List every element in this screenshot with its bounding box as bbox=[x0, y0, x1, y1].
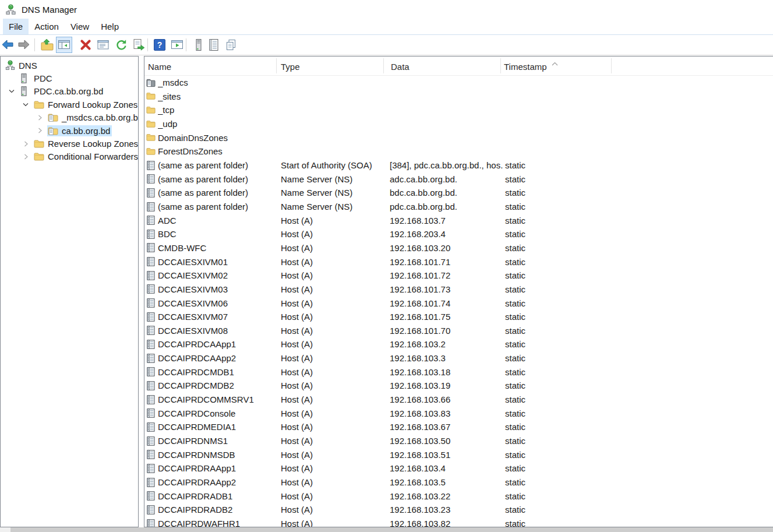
tree-item-msdcs-ca-bb-org-bd[interactable]: _msdcs.ca.bb.org.bd bbox=[1, 111, 138, 124]
dns-manager-icon bbox=[5, 4, 16, 15]
list-row-dccaiprdcaapp1[interactable]: DCCAIPRDCAApp1Host (A)192.168.103.2stati… bbox=[144, 337, 773, 351]
column-divider[interactable] bbox=[276, 58, 277, 73]
menu-action[interactable]: Action bbox=[29, 19, 65, 34]
tree-item-ca-bb-org-bd[interactable]: ca.bb.org.bd bbox=[1, 124, 138, 137]
list-row-dccaiprdradb1[interactable]: DCCAIPRDRADB1Host (A)192.168.103.22stati… bbox=[144, 489, 773, 503]
server-status-button[interactable] bbox=[190, 37, 207, 53]
record-list-button[interactable] bbox=[206, 37, 222, 53]
column-header-data[interactable]: Data bbox=[391, 62, 410, 72]
list-row-dccaiprdraapp1[interactable]: DCCAIPRDRAApp1Host (A)192.168.103.4stati… bbox=[144, 461, 773, 475]
tree-item-forward-lookup-zones[interactable]: Forward Lookup Zones bbox=[1, 98, 138, 111]
list-row-forestdnszones[interactable]: ForestDnsZones bbox=[144, 145, 773, 158]
column-divider[interactable] bbox=[500, 58, 501, 73]
cell-timestamp: static bbox=[505, 283, 604, 297]
list-row-dccaiprdcaapp2[interactable]: DCCAIPRDCAApp2Host (A)192.168.103.3stati… bbox=[144, 351, 773, 365]
tree-item-dns[interactable]: DNS bbox=[1, 59, 138, 72]
tree-item-pdc[interactable]: PDC bbox=[1, 72, 138, 84]
list-row-dccaiesxivm06[interactable]: DCCAIESXIVM06Host (A)192.168.101.74stati… bbox=[144, 297, 773, 311]
forward-button[interactable] bbox=[16, 37, 32, 53]
list-row-dccaiprdcmdb1[interactable]: DCCAIPRDCMDB1Host (A)192.168.103.18stati… bbox=[144, 365, 773, 379]
list-row-dccaiprdcmdb2[interactable]: DCCAIPRDCMDB2Host (A)192.168.103.19stati… bbox=[144, 379, 773, 393]
list-row-tcp[interactable]: _tcp bbox=[144, 103, 773, 117]
tree-item-content[interactable]: DNS bbox=[4, 60, 39, 71]
chevron-right-icon[interactable] bbox=[32, 115, 47, 121]
chevron-down-icon[interactable] bbox=[4, 89, 19, 94]
new-window-button[interactable] bbox=[169, 37, 185, 53]
list-row-bdc[interactable]: BDCHost (A)192.168.203.4static bbox=[144, 227, 773, 241]
server-icon bbox=[20, 73, 31, 83]
tree-item-content[interactable]: PDC.ca.bb.org.bd bbox=[19, 86, 105, 97]
export-list-button[interactable] bbox=[130, 37, 147, 53]
help-button[interactable]: ? bbox=[151, 37, 168, 53]
horizontal-scrollbar[interactable] bbox=[0, 527, 773, 532]
list-row-same-as-parent-folder[interactable]: (same as parent folder)Name Server (NS)p… bbox=[144, 200, 773, 214]
tree-item-content[interactable]: PDC bbox=[19, 73, 54, 84]
cell-type: Host (A) bbox=[281, 379, 381, 393]
cell-type: Host (A) bbox=[281, 297, 381, 311]
list-row-udp[interactable]: _udp bbox=[144, 117, 773, 131]
tree-item-content[interactable]: Reverse Lookup Zones bbox=[33, 138, 139, 149]
list-row-dccaiprdcommsrv1[interactable]: DCCAIPRDCOMMSRV1Host (A)192.168.103.66st… bbox=[144, 393, 773, 407]
column-header-type[interactable]: Type bbox=[281, 62, 300, 72]
tree-item-content[interactable]: Conditional Forwarders bbox=[33, 151, 139, 162]
list-row-dccaiesxivm08[interactable]: DCCAIESXIVM08Host (A)192.168.101.70stati… bbox=[144, 324, 773, 338]
chevron-down-icon[interactable] bbox=[18, 102, 33, 107]
cell-data: 192.168.103.23 bbox=[390, 503, 503, 517]
tree-item-conditional-forwarders[interactable]: Conditional Forwarders bbox=[1, 150, 138, 163]
chevron-right-icon[interactable] bbox=[32, 128, 47, 133]
list-row-msdcs[interactable]: _msdcs bbox=[144, 76, 773, 90]
folder-icon bbox=[34, 100, 45, 110]
list-row-dccaiprdraapp2[interactable]: DCCAIPRDRAApp2Host (A)192.168.103.5stati… bbox=[144, 475, 773, 489]
list-row-dccaiesxivm07[interactable]: DCCAIESXIVM07Host (A)192.168.101.75stati… bbox=[144, 310, 773, 324]
chevron-right-icon[interactable] bbox=[18, 141, 33, 147]
cell-name: DCCAIESXIVM08 bbox=[158, 324, 274, 338]
record-icon bbox=[146, 464, 156, 473]
menu-help[interactable]: Help bbox=[95, 19, 125, 34]
horizontal-scrollbar-thumb[interactable] bbox=[10, 527, 773, 532]
back-button[interactable] bbox=[0, 37, 16, 53]
refresh-button[interactable] bbox=[113, 37, 129, 53]
list-row-adc[interactable]: ADCHost (A)192.168.103.7static bbox=[144, 214, 773, 228]
cell-name: DCCAIESXIVM06 bbox=[158, 297, 274, 311]
tree-item-pdc-ca-bb-org-bd[interactable]: PDC.ca.bb.org.bd bbox=[1, 85, 138, 98]
list-row-same-as-parent-folder[interactable]: (same as parent folder)Name Server (NS)a… bbox=[144, 172, 773, 186]
list-row-sites[interactable]: _sites bbox=[144, 90, 773, 104]
cell-type: Host (A) bbox=[281, 461, 381, 475]
list-row-dccaiprdradb2[interactable]: DCCAIPRDRADB2Host (A)192.168.103.23stati… bbox=[144, 503, 773, 517]
tree-item-reverse-lookup-zones[interactable]: Reverse Lookup Zones bbox=[1, 137, 138, 150]
up-one-level-button[interactable] bbox=[39, 37, 55, 53]
list-row-dccaiesxivm01[interactable]: DCCAIESXIVM01Host (A)192.168.101.71stati… bbox=[144, 255, 773, 269]
column-divider[interactable] bbox=[383, 58, 384, 73]
chevron-right-icon[interactable] bbox=[18, 154, 33, 160]
record-icon bbox=[146, 202, 156, 212]
list-row-dccaiprdwafhr1[interactable]: DCCAIPRDWAFHR1Host (A)192.168.103.82stat… bbox=[144, 517, 773, 527]
list-row-dccaiprdmedia1[interactable]: DCCAIPRDMEDIA1Host (A)192.168.103.67stat… bbox=[144, 420, 773, 434]
record-icon bbox=[146, 326, 156, 335]
copy-button[interactable] bbox=[223, 37, 239, 53]
cell-timestamp: static bbox=[505, 393, 604, 407]
cell-name: DCCAIPRDRADB1 bbox=[158, 489, 274, 503]
properties-button[interactable] bbox=[95, 37, 111, 53]
column-header-timestamp[interactable]: Timestamp bbox=[504, 62, 547, 72]
tree-item-content[interactable]: Forward Lookup Zones bbox=[33, 99, 139, 110]
list-row-dccaiprdnms1[interactable]: DCCAIPRDNMS1Host (A)192.168.103.50static bbox=[144, 434, 773, 448]
list-row-dccaiesxivm03[interactable]: DCCAIESXIVM03Host (A)192.168.101.73stati… bbox=[144, 283, 773, 297]
menu-view[interactable]: View bbox=[65, 19, 95, 34]
list-row-cmdb-wfc[interactable]: CMDB-WFCHost (A)192.168.103.20static bbox=[144, 241, 773, 255]
list-row-dccaiesxivm02[interactable]: DCCAIESXIVM02Host (A)192.168.101.72stati… bbox=[144, 269, 773, 283]
cell-type: Host (A) bbox=[281, 407, 381, 421]
cell-data: 192.168.103.83 bbox=[390, 407, 503, 421]
column-divider[interactable] bbox=[611, 58, 612, 73]
list-row-same-as-parent-folder[interactable]: (same as parent folder)Start of Authorit… bbox=[144, 158, 773, 172]
menu-file[interactable]: File bbox=[3, 19, 29, 34]
list-row-dccaiprdnmsdb[interactable]: DCCAIPRDNMSDBHost (A)192.168.103.51stati… bbox=[144, 448, 773, 462]
list-row-domaindnszones[interactable]: DomainDnsZones bbox=[144, 131, 773, 145]
list-row-dccaiprdconsole[interactable]: DCCAIPRDConsoleHost (A)192.168.103.83sta… bbox=[144, 407, 773, 421]
cell-type: Host (A) bbox=[281, 310, 381, 324]
toggle-console-tree-button[interactable] bbox=[56, 37, 72, 53]
tree-item-content[interactable]: _msdcs.ca.bb.org.bd bbox=[47, 112, 139, 123]
column-header-name[interactable]: Name bbox=[148, 62, 171, 72]
delete-button[interactable] bbox=[77, 37, 94, 53]
tree-item-content[interactable]: ca.bb.org.bd bbox=[47, 125, 112, 136]
list-row-same-as-parent-folder[interactable]: (same as parent folder)Name Server (NS)b… bbox=[144, 186, 773, 200]
